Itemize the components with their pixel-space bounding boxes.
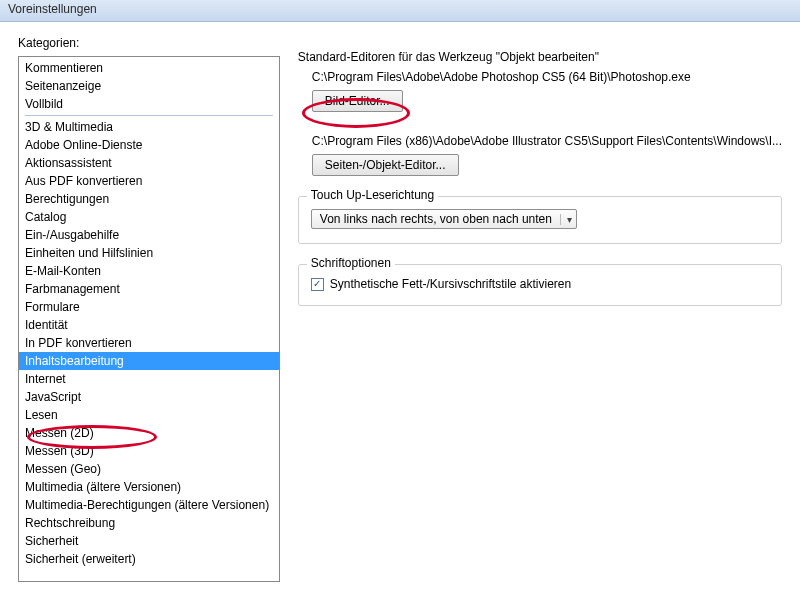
categories-listbox[interactable]: KommentierenSeitenanzeigeVollbild3D & Mu…: [18, 56, 280, 582]
category-separator: [25, 115, 273, 116]
category-item[interactable]: Messen (3D): [19, 442, 279, 460]
category-item[interactable]: Inhaltsbearbeitung: [19, 352, 279, 370]
synthetic-styles-row[interactable]: ✓ Synthetische Fett-/Kursivschriftstile …: [311, 277, 769, 291]
touchup-direction-dropdown[interactable]: Von links nach rechts, von oben nach unt…: [311, 209, 577, 229]
synthetic-styles-label: Synthetische Fett-/Kursivschriftstile ak…: [330, 277, 571, 291]
font-options-group: Schriftoptionen ✓ Synthetische Fett-/Kur…: [298, 264, 782, 306]
category-item[interactable]: Seitenanzeige: [19, 77, 279, 95]
category-item[interactable]: 3D & Multimedia: [19, 118, 279, 136]
font-options-title: Schriftoptionen: [307, 256, 395, 270]
category-item[interactable]: Farbmanagement: [19, 280, 279, 298]
page-editor-path: C:\Program Files (x86)\Adobe\Adobe Illus…: [312, 134, 782, 148]
category-item[interactable]: Aus PDF konvertieren: [19, 172, 279, 190]
category-item[interactable]: Aktionsassistent: [19, 154, 279, 172]
category-item[interactable]: Catalog: [19, 208, 279, 226]
categories-label: Kategorien:: [18, 36, 280, 50]
category-item[interactable]: Kommentieren: [19, 59, 279, 77]
window-title: Voreinstellungen: [8, 2, 97, 16]
category-item[interactable]: Sicherheit: [19, 532, 279, 550]
right-panel: Standard-Editoren für das Werkzeug "Obje…: [298, 36, 782, 582]
image-editor-path: C:\Program Files\Adobe\Adobe Photoshop C…: [312, 70, 782, 84]
category-item[interactable]: Multimedia-Berechtigungen (ältere Versio…: [19, 496, 279, 514]
window-titlebar: Voreinstellungen: [0, 0, 800, 22]
category-item[interactable]: Messen (Geo): [19, 460, 279, 478]
category-item[interactable]: Lesen: [19, 406, 279, 424]
touchup-group: Touch Up-Leserichtung Von links nach rec…: [298, 196, 782, 244]
synthetic-styles-checkbox[interactable]: ✓: [311, 278, 324, 291]
left-panel: Kategorien: KommentierenSeitenanzeigeVol…: [18, 36, 280, 582]
category-item[interactable]: In PDF konvertieren: [19, 334, 279, 352]
touchup-direction-value: Von links nach rechts, von oben nach unt…: [320, 212, 552, 226]
category-item[interactable]: Sicherheit (erweitert): [19, 550, 279, 568]
category-item[interactable]: Internet: [19, 370, 279, 388]
category-item[interactable]: Berechtigungen: [19, 190, 279, 208]
category-item[interactable]: Rechtschreibung: [19, 514, 279, 532]
category-item[interactable]: Einheiten und Hilfslinien: [19, 244, 279, 262]
image-editor-button[interactable]: Bild-Editor...: [312, 90, 403, 112]
category-item[interactable]: Adobe Online-Dienste: [19, 136, 279, 154]
page-object-editor-button[interactable]: Seiten-/Objekt-Editor...: [312, 154, 459, 176]
category-item[interactable]: Ein-/Ausgabehilfe: [19, 226, 279, 244]
dialog-body: Kategorien: KommentierenSeitenanzeigeVol…: [0, 22, 800, 600]
category-item[interactable]: JavaScript: [19, 388, 279, 406]
category-item[interactable]: Identität: [19, 316, 279, 334]
touchup-group-title: Touch Up-Leserichtung: [307, 188, 438, 202]
category-item[interactable]: Vollbild: [19, 95, 279, 113]
category-item[interactable]: E-Mail-Konten: [19, 262, 279, 280]
category-item[interactable]: Messen (2D): [19, 424, 279, 442]
category-item[interactable]: Formulare: [19, 298, 279, 316]
chevron-down-icon: ▾: [560, 214, 572, 225]
standard-editors-heading: Standard-Editoren für das Werkzeug "Obje…: [298, 50, 782, 64]
category-item[interactable]: Multimedia (ältere Versionen): [19, 478, 279, 496]
